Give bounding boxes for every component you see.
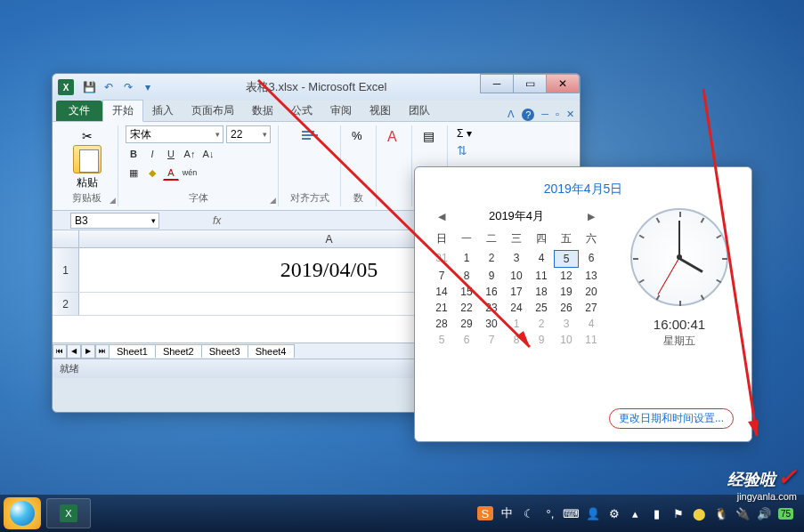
excel-titlebar[interactable]: X 💾 ↶ ↷ ▾ 表格3.xlsx - Microsoft Excel ─ ▭…: [53, 74, 580, 101]
file-tab[interactable]: 文件: [56, 101, 102, 121]
calendar-day[interactable]: 20: [579, 284, 604, 300]
tab-home[interactable]: 开始: [102, 100, 143, 122]
sheet-nav-last-icon[interactable]: ⏭: [95, 344, 110, 359]
calendar-day[interactable]: 2: [479, 250, 504, 268]
calendar-day[interactable]: 14: [429, 284, 454, 300]
align-icon[interactable]: [296, 125, 323, 152]
close-button[interactable]: ✕: [546, 74, 580, 93]
phonetic-button[interactable]: wén: [182, 165, 198, 181]
tab-data[interactable]: 数据: [243, 101, 282, 121]
tray-expand-icon[interactable]: ▴: [629, 506, 643, 520]
sheet-tab-2[interactable]: Sheet2: [155, 344, 202, 358]
fill-color-button[interactable]: ◆: [144, 165, 160, 181]
calendar-day[interactable]: 4: [529, 250, 554, 268]
calendar-day[interactable]: 16: [479, 284, 504, 300]
calendar-day[interactable]: 22: [454, 300, 479, 316]
font-size-combo[interactable]: 22: [226, 125, 271, 143]
tab-review[interactable]: 审阅: [321, 101, 361, 121]
calendar-day[interactable]: 1: [454, 250, 479, 268]
prev-month-icon[interactable]: ◀: [438, 211, 445, 222]
cells-icon[interactable]: ▤: [419, 125, 440, 147]
tray-moon-icon[interactable]: ☾: [522, 506, 536, 520]
grow-font-icon[interactable]: A↑: [182, 146, 198, 162]
tray-power-icon[interactable]: 🔌: [735, 506, 750, 520]
tray-network-icon[interactable]: ▮: [650, 506, 664, 520]
calendar-day[interactable]: 10: [504, 268, 529, 284]
fx-icon[interactable]: fx: [213, 214, 221, 227]
calendar-day[interactable]: 10: [554, 332, 579, 348]
font-color-button[interactable]: A: [163, 165, 179, 181]
tab-insert[interactable]: 插入: [143, 101, 183, 121]
calendar-day[interactable]: 18: [529, 284, 554, 300]
calendar-day[interactable]: 11: [529, 268, 554, 284]
tab-layout[interactable]: 页面布局: [183, 101, 243, 121]
sheet-nav-first-icon[interactable]: ⏮: [53, 344, 67, 359]
minimize-button[interactable]: ─: [480, 74, 514, 93]
tab-view[interactable]: 视图: [361, 101, 400, 121]
calendar-day[interactable]: 13: [579, 268, 604, 284]
calendar-day[interactable]: 30: [479, 316, 504, 332]
sort-filter-icon[interactable]: ⇅: [455, 141, 485, 159]
sheet-nav-prev-icon[interactable]: ◀: [67, 344, 81, 359]
redo-icon[interactable]: ↷: [120, 79, 136, 95]
sheet-nav-next-icon[interactable]: ▶: [81, 344, 95, 359]
tray-keyboard-icon[interactable]: ⌨: [564, 506, 579, 520]
group-launcher-icon[interactable]: ◢: [110, 196, 116, 205]
styles-icon[interactable]: A: [384, 125, 404, 149]
bold-button[interactable]: B: [126, 146, 142, 162]
calendar-day[interactable]: 21: [429, 300, 454, 316]
calendar-day[interactable]: 2: [529, 316, 554, 332]
calendar-day[interactable]: 12: [554, 268, 579, 284]
change-date-time-link[interactable]: 更改日期和时间设置...: [609, 408, 734, 429]
calendar-day[interactable]: 11: [579, 332, 604, 348]
calendar-day[interactable]: 29: [454, 316, 479, 332]
calendar-day[interactable]: 24: [504, 300, 529, 316]
sheet-tab-3[interactable]: Sheet3: [201, 344, 248, 358]
undo-icon[interactable]: ↶: [101, 79, 117, 95]
tray-volume-icon[interactable]: 🔊: [757, 506, 771, 520]
save-icon[interactable]: 💾: [81, 79, 97, 95]
tray-shield-icon[interactable]: ⬤: [693, 506, 707, 520]
help-icon[interactable]: ?: [522, 109, 534, 121]
next-month-icon[interactable]: ▶: [588, 211, 595, 222]
calendar-day[interactable]: 15: [454, 284, 479, 300]
tray-flag-icon[interactable]: ⚑: [671, 506, 686, 520]
tray-sogou-icon[interactable]: S: [477, 506, 493, 520]
tray-ime-icon[interactable]: 中: [500, 506, 515, 520]
tray-person-icon[interactable]: 👤: [586, 506, 600, 520]
italic-button[interactable]: I: [144, 146, 160, 162]
calendar-day[interactable]: 4: [579, 316, 604, 332]
maximize-button[interactable]: ▭: [513, 74, 547, 93]
paste-button[interactable]: ✂ 粘贴: [63, 125, 110, 194]
doc-close-icon[interactable]: ✕: [566, 109, 574, 121]
calendar-day[interactable]: 3: [554, 316, 579, 332]
calendar-day[interactable]: 6: [454, 332, 479, 348]
calendar-day[interactable]: 19: [554, 284, 579, 300]
border-button[interactable]: ▦: [126, 165, 142, 181]
doc-restore-icon[interactable]: ▫: [556, 109, 559, 121]
tray-qq-icon[interactable]: 🐧: [714, 506, 728, 520]
calendar-day[interactable]: 31: [429, 250, 454, 268]
row-header-2[interactable]: 2: [53, 293, 79, 315]
number-format-button[interactable]: %: [348, 125, 369, 146]
group-launcher-icon[interactable]: ◢: [270, 196, 276, 205]
taskbar-excel-button[interactable]: X: [46, 498, 91, 528]
doc-minimize-icon[interactable]: ─: [541, 109, 548, 121]
underline-button[interactable]: U: [163, 146, 179, 162]
calendar-day-today[interactable]: 5: [554, 250, 579, 268]
autosum-icon[interactable]: Σ ▾: [455, 125, 485, 141]
calendar-day[interactable]: 8: [504, 332, 529, 348]
calendar-day[interactable]: 26: [554, 300, 579, 316]
calendar-day[interactable]: 9: [529, 332, 554, 348]
shrink-font-icon[interactable]: A↓: [200, 146, 216, 162]
name-box[interactable]: B3: [70, 213, 159, 229]
tray-gear-icon[interactable]: ⚙: [607, 506, 621, 520]
tray-punct-icon[interactable]: °,: [543, 506, 557, 520]
calendar-day[interactable]: 6: [579, 250, 604, 268]
font-name-combo[interactable]: 宋体: [126, 125, 223, 143]
row-header-1[interactable]: 1: [53, 248, 79, 292]
calendar-day[interactable]: 25: [529, 300, 554, 316]
calendar-day[interactable]: 9: [479, 268, 504, 284]
tab-formula[interactable]: 公式: [282, 101, 321, 121]
select-all-corner[interactable]: [53, 230, 79, 247]
